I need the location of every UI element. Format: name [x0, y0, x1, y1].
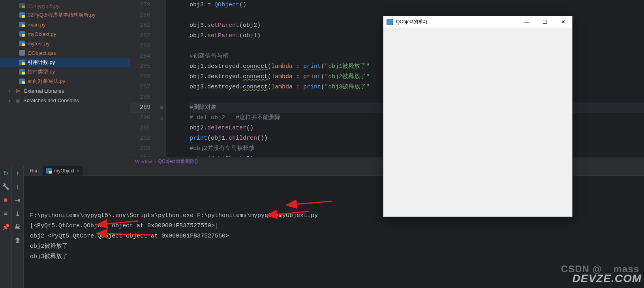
- minimize-button[interactable]: —: [518, 16, 536, 28]
- svg-rect-10: [19, 50, 25, 56]
- file-item[interactable]: 引用计数.py: [0, 58, 130, 67]
- svg-rect-5: [22, 24, 25, 27]
- breadcrumb-separator: ›: [154, 159, 156, 165]
- line-gutter[interactable]: 2792802812822832842852862872882892902912…: [130, 0, 158, 157]
- python-file-icon: [19, 31, 25, 37]
- run-mid-toolbar: ↑ ↓ ⇥ ⤓ 🖶 🗑: [12, 166, 24, 288]
- file-item[interactable]: QObject.qss: [0, 48, 130, 58]
- watermark: DEVZE.COM: [573, 272, 642, 285]
- svg-rect-16: [22, 81, 25, 84]
- svg-rect-20: [49, 171, 52, 174]
- scratch-icon: ◎: [16, 97, 20, 103]
- run-tab-label: myObjext: [54, 168, 74, 174]
- close-icon[interactable]: ×: [77, 168, 79, 174]
- file-name: 02PyQt5程序基本结构解析.py: [28, 11, 96, 19]
- file-name: 引用计数.py: [28, 59, 55, 66]
- python-file-icon: [19, 78, 25, 84]
- qt-window-title: QObject的学习: [396, 19, 428, 25]
- file-item[interactable]: 控件类型.py: [0, 67, 130, 77]
- python-file-icon: [46, 168, 52, 174]
- python-file-icon: [19, 2, 25, 9]
- project-sidebar: 01mypyqt5.py 02PyQt5程序基本结构解析.pymain.pymy…: [0, 0, 130, 166]
- file-name: main.py: [28, 22, 46, 28]
- svg-rect-1: [22, 6, 25, 8]
- python-file-icon: [19, 21, 25, 28]
- tree-node-label: Scratches and Consoles: [23, 97, 79, 103]
- scroll-end-button[interactable]: ⤓: [14, 209, 22, 217]
- layout-button[interactable]: ≡: [2, 209, 10, 217]
- python-file-icon: [19, 40, 25, 47]
- lib-icon: ⫸: [16, 88, 21, 94]
- tree-node-label: External Libraries: [24, 88, 64, 94]
- tree-node-external-libs[interactable]: › ⫸ External Libraries: [0, 86, 130, 95]
- file-tree[interactable]: 01mypyqt5.py 02PyQt5程序基本结构解析.pymain.pymy…: [0, 0, 130, 166]
- svg-rect-9: [22, 43, 25, 46]
- down-button[interactable]: ↓: [14, 183, 22, 191]
- svg-rect-12: [22, 62, 25, 65]
- close-button[interactable]: ✕: [554, 16, 572, 28]
- rerun-button[interactable]: ↻: [2, 169, 10, 177]
- file-name: 面向对象写法.py: [28, 78, 65, 85]
- stop-button[interactable]: ■: [2, 196, 10, 204]
- svg-rect-14: [22, 72, 25, 75]
- svg-rect-3: [22, 15, 25, 18]
- qt-app-window[interactable]: QObject的学习 — ☐ ✕: [383, 16, 573, 217]
- console-line: obj2被释放了: [30, 241, 638, 252]
- up-button[interactable]: ↑: [14, 169, 22, 177]
- file-name: myObjext.py: [28, 31, 56, 37]
- breadcrumb-item[interactable]: Window: [135, 159, 152, 165]
- file-item[interactable]: 01mypyqt5.py: [0, 1, 130, 10]
- soft-wrap-button[interactable]: ⇥: [14, 196, 22, 204]
- file-name: 01mypyqt5.py: [28, 3, 60, 9]
- qss-file-icon: [19, 50, 25, 56]
- maximize-button[interactable]: ☐: [536, 16, 554, 28]
- run-left-toolbar: ↻ 🔧 ■ ≡ 📌: [0, 166, 12, 288]
- console-line: obj3被释放了: [30, 252, 638, 262]
- file-item[interactable]: myObjext.py: [0, 29, 130, 39]
- file-name: 控件类型.py: [28, 68, 55, 75]
- file-item[interactable]: mytest.py: [0, 39, 130, 48]
- wrench-button[interactable]: 🔧: [2, 183, 10, 191]
- file-item[interactable]: 02PyQt5程序基本结构解析.py: [0, 10, 130, 20]
- run-label: Run:: [27, 168, 43, 174]
- file-name: mytest.py: [28, 41, 50, 47]
- svg-rect-7: [22, 34, 25, 37]
- qt-window-body[interactable]: [383, 28, 572, 217]
- print-button[interactable]: 🖶: [14, 223, 22, 231]
- qt-app-icon: [387, 19, 393, 25]
- run-tab[interactable]: myObjext ×: [43, 166, 83, 176]
- file-item[interactable]: main.py: [0, 20, 130, 29]
- breadcrumb-item[interactable]: QObject对象删除(): [158, 158, 198, 165]
- trash-button[interactable]: 🗑: [14, 236, 22, 244]
- console-line: [<PyQt5.QtCore.QObject object at 0x00000…: [30, 221, 638, 231]
- console-line: obj2 <PyQt5.QtCore.QObject object at 0x0…: [30, 231, 638, 241]
- tree-node-scratches[interactable]: › ◎ Scratches and Consoles: [0, 95, 130, 105]
- python-file-icon: [19, 59, 25, 65]
- file-item[interactable]: 面向对象写法.py: [0, 77, 130, 86]
- pin-button[interactable]: 📌: [2, 223, 10, 231]
- python-file-icon: [19, 69, 25, 75]
- chevron-right-icon: ›: [9, 88, 13, 94]
- fold-column[interactable]: ⊟△: [158, 0, 166, 157]
- chevron-right-icon: ›: [9, 97, 13, 103]
- qt-titlebar[interactable]: QObject的学习 — ☐ ✕: [383, 16, 572, 28]
- svg-line-22: [295, 201, 332, 204]
- file-name: QObject.qss: [28, 50, 56, 56]
- python-file-icon: [19, 12, 25, 18]
